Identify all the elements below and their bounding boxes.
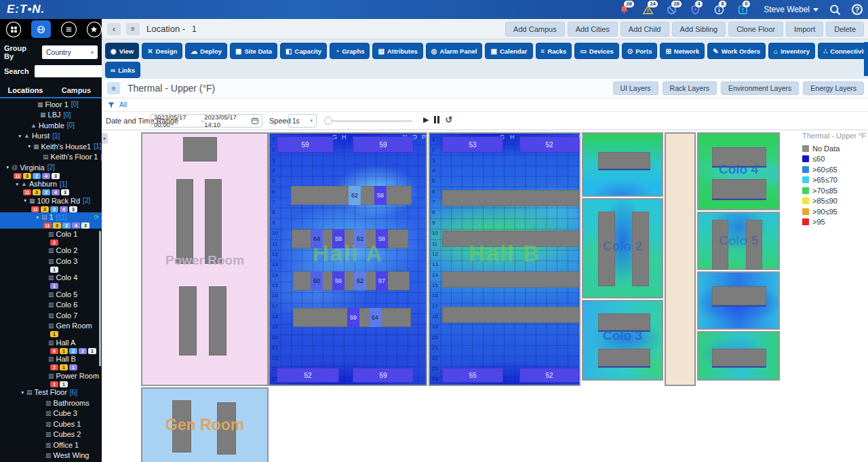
sync-icon[interactable]: ⟳	[94, 214, 99, 220]
hall-a-room[interactable]: 123456789101112131415161718192021222324G…	[269, 132, 427, 386]
add-campus-button[interactable]: Add Campus	[505, 22, 565, 37]
tree-item-hall-b[interactable]: ▥Hall B211	[0, 354, 102, 371]
tree-item-hurst[interactable]: ▼▲Hurst[1]	[0, 131, 102, 142]
tree-item-colo-6[interactable]: ▥Colo 6	[0, 300, 102, 311]
expand-arrow-icon[interactable]: ▼	[20, 390, 26, 395]
tree-item-gen-room[interactable]: ▥Gen Room1	[0, 321, 102, 338]
tree-item-hall-a[interactable]: ▥Hall A61221	[0, 337, 102, 354]
apps-grid-icon[interactable]	[6, 22, 21, 37]
rack-row[interactable]	[442, 271, 579, 288]
add-child-button[interactable]: Add Child	[620, 22, 669, 37]
globe-icon[interactable]	[31, 20, 51, 38]
environment-layers-button[interactable]: Environment Layers	[721, 81, 799, 95]
list-icon[interactable]	[61, 22, 76, 37]
bell-icon[interactable]: 28	[617, 3, 631, 16]
expand-arrow-icon[interactable]: ▼	[27, 144, 33, 149]
colo-4-room[interactable]: Colo 4	[697, 132, 780, 210]
tree-item-west-wing[interactable]: ▥West Wing	[0, 450, 102, 461]
search-icon[interactable]	[829, 3, 842, 16]
tree-item-keith-s-floor-1[interactable]: ▤Keith's Floor 1[0]	[0, 152, 102, 163]
tab-graphs[interactable]: ◔Graphs	[330, 43, 370, 59]
rack-row[interactable]	[442, 190, 579, 206]
tab-view[interactable]: ◉View	[105, 43, 139, 59]
sidebar-tab-locations[interactable]: Locations	[0, 83, 51, 97]
tree-item-power-room[interactable]: ▥Power Room11	[0, 370, 102, 387]
import-button[interactable]: Import	[786, 22, 823, 37]
rack[interactable]	[209, 286, 226, 355]
power-room-room[interactable]: Power Room	[141, 132, 269, 386]
tree-item-cubes-1[interactable]: ▥Cubes 1	[0, 419, 102, 429]
user-menu[interactable]: Steve Webel	[764, 5, 818, 14]
colo-3-room[interactable]: Colo 3	[582, 300, 663, 381]
tree-item-colo-5[interactable]: ▥Colo 5	[0, 289, 102, 300]
expand-arrow-icon[interactable]: ▼	[23, 198, 29, 203]
tab-devices[interactable]: ▭Devices	[574, 43, 618, 59]
tab-network[interactable]: ⊞Network	[660, 43, 705, 59]
time-slider-handle[interactable]	[324, 117, 332, 125]
back-button[interactable]: ‹	[107, 23, 121, 35]
tab-work-orders[interactable]: ✎Work Orders	[707, 43, 766, 59]
hall-b-room[interactable]: 123456789101112131415161718192021222324G…	[429, 132, 580, 386]
colo-5-room[interactable]: Colo 5	[697, 212, 780, 270]
floorplan-canvas[interactable]: ▸ Thermal - Upper °F No Data≤60>60≤65>65…	[102, 130, 868, 462]
play-button[interactable]: ▶	[423, 115, 429, 124]
shield-icon[interactable]: 4	[688, 3, 702, 16]
corridor-room[interactable]	[665, 132, 696, 386]
tab-racks[interactable]: ≡Racks	[536, 43, 572, 59]
expand-arrow-icon[interactable]: ▼	[18, 134, 24, 138]
colo-7-room[interactable]	[697, 331, 780, 381]
tab-design[interactable]: ✕Design	[142, 43, 182, 59]
colo-1-room[interactable]	[582, 132, 663, 197]
tab-calendar[interactable]: ▣Calendar	[485, 43, 532, 59]
energy-layers-button[interactable]: Energy Layers	[803, 81, 864, 95]
group-by-select[interactable]: Country▾	[42, 45, 98, 59]
tree-item-keith-s-house1[interactable]: ▼▦Keith's House1[1]	[0, 141, 102, 152]
circle-slash-icon[interactable]: 28	[665, 3, 678, 16]
rack-layers-button[interactable]: Rack Layers	[663, 81, 717, 95]
date-range-input[interactable]: 2023/05/17 00:00 ~ 2023/05/17 14:10	[151, 114, 262, 128]
rack[interactable]	[712, 286, 766, 307]
filter-funnel-icon[interactable]	[107, 101, 115, 109]
tree-item-test-floor[interactable]: ▼▤Test Floor[6]	[0, 387, 102, 398]
expand-arrow-icon[interactable]: ▼	[5, 165, 12, 170]
warning-triangle-icon[interactable]: 24	[641, 3, 654, 16]
pause-button[interactable]	[434, 116, 439, 123]
tab-site-data[interactable]: ▦Site Data	[230, 43, 277, 59]
rack[interactable]	[205, 179, 222, 264]
rack[interactable]	[598, 349, 650, 368]
expand-arrow-icon[interactable]: ▼	[35, 215, 41, 220]
collapse-handle[interactable]: ▸	[102, 133, 108, 144]
tab-deploy[interactable]: ☁Deploy	[185, 43, 227, 59]
rack[interactable]	[598, 152, 650, 170]
rack[interactable]	[712, 349, 766, 368]
add-cities-button[interactable]: Add Cities	[568, 22, 618, 37]
clone-floor-button[interactable]: Clone Floor	[728, 22, 783, 37]
tree-item-virginia[interactable]: ▼@Virginia[2]113243	[0, 162, 102, 179]
tree-item-ashburn[interactable]: ▼▲Ashburn[1]113243	[0, 179, 102, 196]
speed-select[interactable]: 1s▾	[288, 114, 317, 128]
calendar-icon[interactable]	[251, 117, 259, 125]
sidebar-tab-campus[interactable]: Campus	[51, 83, 102, 97]
tab-connectivity[interactable]: ∴Connectivity	[818, 43, 868, 59]
add-sibling-button[interactable]: Add Sibling	[672, 22, 726, 37]
panel-menu-icon[interactable]: ≡	[107, 82, 120, 94]
time-slider-track[interactable]	[326, 120, 412, 122]
colo-2-room[interactable]: Colo 2	[582, 198, 663, 299]
tree-item-office-1[interactable]: ▥Office 1	[0, 440, 102, 450]
tree-item-colo-2[interactable]: ▥Colo 2	[0, 246, 102, 256]
tree-item-colo-1[interactable]: ▥Colo 12	[0, 229, 102, 246]
rack[interactable]	[179, 286, 197, 355]
colo-6-room[interactable]	[697, 271, 780, 330]
star-icon[interactable]	[87, 22, 102, 37]
tab-ports[interactable]: ⊙Ports	[622, 43, 658, 59]
tree-item-cube-3[interactable]: ▥Cube 3	[0, 408, 102, 419]
rack[interactable]	[712, 179, 766, 200]
ui-layers-button[interactable]: UI Layers	[613, 81, 658, 95]
message-alert-icon[interactable]: 0	[736, 3, 749, 16]
tree-item-floor-1[interactable]: ▦Floor 1[0]	[0, 99, 102, 110]
menu-button[interactable]: ≡	[126, 23, 140, 35]
expand-arrow-icon[interactable]: ▼	[15, 182, 21, 187]
delete-button[interactable]: Delete	[826, 22, 864, 37]
tree-item-lbj[interactable]: ▦LBJ[0]	[0, 110, 102, 121]
tree-item-100-rack-rd[interactable]: ▼▦100 Rack Rd[2]113243	[0, 195, 102, 212]
